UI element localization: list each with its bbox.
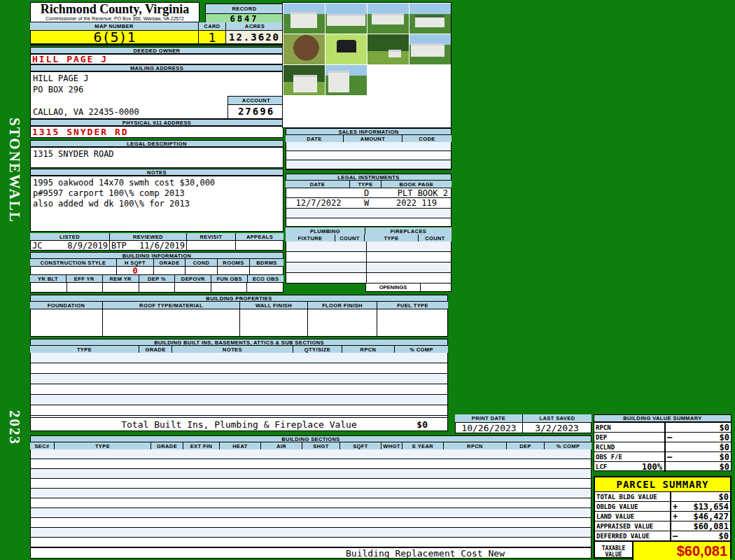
parcel-summary: PARCEL SUMMARY TOTAL BLDG VALUE $0 OBLDG… — [594, 476, 732, 559]
instrument-row: D PLT BOOK 2 — [286, 188, 451, 198]
acres-label: ACRES — [226, 22, 284, 30]
col-fixture: FIXTURE — [286, 234, 335, 241]
value-summary-title: BUILDING VALUE SUMMARY — [594, 414, 732, 422]
photo-single-wide-mobile-home[interactable] — [326, 4, 367, 34]
photo-mobile-home-with-path[interactable] — [410, 34, 451, 64]
col-fireplace-type: TYPE — [365, 234, 419, 241]
col-dep-pct: DEP % — [139, 275, 176, 282]
acres-value: 12.3620 — [226, 31, 283, 43]
building-props-title: BUILDING PROPERTIES — [30, 295, 448, 302]
col-sales-amount: AMOUNT — [344, 135, 402, 142]
revisit-value — [187, 241, 236, 250]
mailing-address-block: HILL PAGE J PO BOX 296 CALLAO, VA 22435-… — [30, 71, 284, 119]
plumbing-title: PLUMBING — [286, 227, 365, 234]
legal-description-value: 1315 SNYDER ROAD — [30, 147, 284, 168]
col-sec-grade: GRADE — [151, 442, 183, 449]
print-date-label: PRINT DATE — [455, 414, 523, 422]
col-fireplace-count: COUNT — [419, 234, 451, 241]
photo-mobile-home-green-roof[interactable] — [410, 4, 451, 34]
col-h-sqft: H SQFT — [117, 259, 154, 266]
sales-empty-rows — [286, 142, 451, 170]
value-summary-row: RPCN $0 — [594, 423, 731, 433]
notes-line1: 1995 oakwood 14x70 swmh cost $30,000 — [31, 176, 283, 188]
building-sections-empty-rows — [30, 449, 592, 547]
mailing-line1: HILL PAGE J — [31, 72, 283, 83]
account-value: 27696 — [227, 104, 285, 119]
openings-label: OPENINGS — [366, 284, 421, 291]
col-depovr: DEPOVR — [175, 275, 211, 282]
physical-address-value: 1315 SNYDER RD — [30, 126, 284, 138]
col-eyear: E YEAR — [402, 442, 444, 449]
taxable-value-amount: $60,081 — [634, 542, 730, 560]
revisit-label: REVISIT — [187, 233, 236, 240]
value-summary-row: RCLND $0 — [594, 442, 731, 452]
map-number-value: 6(5)1 — [31, 31, 199, 43]
listed-label: LISTED — [30, 233, 110, 240]
col-rooms: ROOMS — [218, 259, 250, 266]
col-ext-fin: EXT FIN — [183, 442, 220, 449]
col-heat: HEAT — [220, 442, 261, 449]
taxable-value-label: TAXABLE VALUE — [595, 542, 634, 560]
built-ins-total-label: Total Built Ins, Plumbing & Fireplace Va… — [121, 419, 357, 430]
photo-mobile-home-distant[interactable] — [368, 4, 409, 34]
deeded-owner-label: DEEDED OWNER — [30, 47, 284, 54]
replacement-cost-label: Building Replacement Cost New — [346, 548, 505, 559]
notes-label: NOTES — [30, 169, 284, 176]
instrument-row: 12/7/2022 W 2022 119 — [286, 198, 451, 209]
notes-line3: also added wd dk 100\% for 2013 — [31, 199, 283, 209]
col-bi-rpcn: RPCN — [342, 346, 395, 353]
col-wall-finish: WALL FINISH — [240, 302, 308, 309]
col-fuel-type: FUEL TYPE — [377, 302, 448, 309]
col-air: AIR — [261, 442, 302, 449]
photo-mailbox-1315[interactable] — [326, 34, 367, 64]
legal-description-label: LEGAL DESCRIPTION — [30, 140, 284, 147]
col-sec-dep: DEP — [507, 442, 545, 449]
col-fun-obs: FUN OBS — [211, 275, 248, 282]
col-grade: GRADE — [154, 259, 186, 266]
built-ins-total-value: $0 — [416, 419, 428, 430]
property-record-card: STONEWALL 2023 Richmond County, Virginia… — [0, 0, 735, 560]
notes-block: 1995 oakwood 14x70 swmh cost $30,000 p#9… — [30, 176, 284, 232]
col-sec-type: TYPE — [55, 442, 151, 449]
col-roof: ROOF TYPE/MATERIAL — [103, 302, 240, 309]
value-summary-row: DEP –$0 — [594, 433, 731, 442]
card-value: 1 — [199, 31, 226, 43]
col-sales-date: DATE — [286, 135, 344, 142]
building-sections-title: BUILDING SECTIONS — [30, 435, 592, 442]
notes-line2: p#9597 carport 100\% comp 2013 — [31, 188, 283, 199]
instruments-rows: D PLT BOOK 2 12/7/2022 W 2022 119 — [286, 188, 451, 227]
photo-yard-with-vehicles[interactable] — [368, 34, 409, 64]
col-bdrms: BDRMS — [250, 259, 284, 266]
record-box: RECORD 6847 — [205, 4, 284, 23]
taxable-value-row: TAXABLE VALUE $60,081 — [595, 542, 730, 560]
col-construction-style: CONSTRUCTION STYLE — [30, 259, 117, 266]
building-sections-footer-row: Building Replacement Cost New — [30, 547, 592, 559]
value-summary-row: LCF100% $0 — [594, 462, 731, 472]
photo-white-house-corner[interactable] — [326, 65, 367, 95]
col-instr-date: DATE — [286, 181, 350, 188]
instruments-title: LEGAL INSTRUMENTS — [286, 174, 451, 181]
photo-brown-dog[interactable] — [284, 34, 325, 64]
col-bi-notes: NOTES — [172, 346, 293, 353]
parcel-summary-row: TOTAL BLDG VALUE $0 — [595, 492, 730, 502]
col-eff-yr: EFF YR — [66, 275, 103, 282]
mailing-line2: PO BOX 296 — [31, 83, 283, 94]
reviewed-label: REVIEWED — [110, 233, 187, 240]
col-cond: COND — [186, 259, 218, 266]
col-floor-finish: FLOOR FINISH — [308, 302, 377, 309]
card-label: CARD — [199, 22, 226, 30]
appeals-label: APPEALS — [236, 233, 284, 240]
county-title-block: Richmond County, Virginia Commissioner o… — [30, 2, 200, 22]
col-sec-comp: % COMP — [545, 442, 592, 449]
value-summary-table: RPCN $0 DEP –$0 RCLND $0 OBS F/E –$0 LCF… — [594, 422, 732, 471]
col-bi-grade: GRADE — [139, 346, 172, 353]
photo-shed-with-atv[interactable] — [284, 65, 325, 95]
county-subtitle: Commissioner of the Revenue, PO Box 366,… — [31, 16, 199, 21]
photo-white-garage[interactable] — [284, 4, 325, 34]
col-whgt: WHGT — [382, 442, 402, 449]
last-saved-label: LAST SAVED — [523, 414, 592, 422]
col-yr-blt: YR BLT — [30, 275, 66, 282]
parcel-summary-row: DEFERRED VALUE –$0 — [595, 531, 730, 542]
col-sec: SEC# — [30, 442, 55, 449]
built-ins-title: BUILDING BUILT INS, BASEMENTS, ATTICS & … — [30, 339, 448, 346]
